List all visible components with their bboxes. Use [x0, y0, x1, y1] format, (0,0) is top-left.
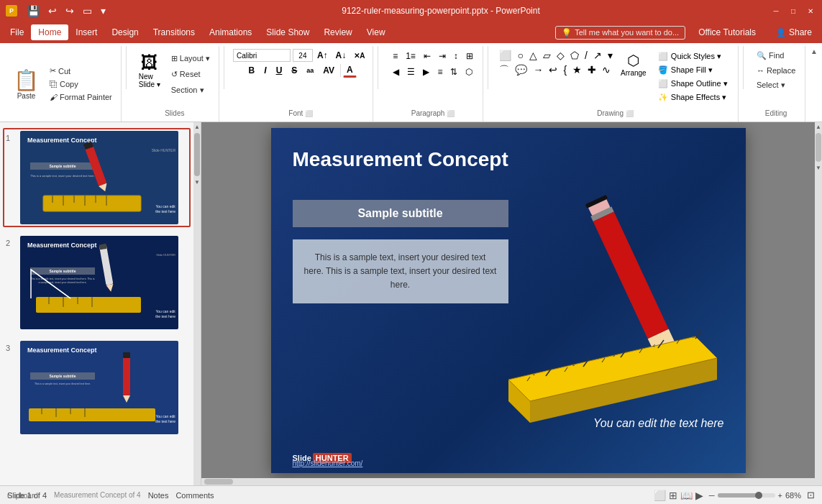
share-button[interactable]: 👤 Share	[769, 24, 819, 40]
tell-me-input[interactable]: 💡 Tell me what you want to do...	[555, 26, 685, 40]
bold-button[interactable]: B	[245, 64, 259, 77]
maximize-button[interactable]: □	[787, 6, 799, 16]
menu-insert[interactable]: Insert	[68, 24, 104, 40]
redo-button[interactable]: ↪	[63, 4, 77, 18]
canvas-scroll-up[interactable]: ▲	[816, 124, 821, 130]
notes-button[interactable]: Notes	[148, 491, 169, 500]
line-shape[interactable]: /	[583, 49, 590, 62]
italic-button[interactable]: I	[260, 64, 270, 77]
save-button[interactable]: 💾	[24, 4, 42, 18]
canvas-area[interactable]: Measurement Concept Sample subtitle This…	[201, 122, 815, 478]
menu-home[interactable]: Home	[31, 24, 68, 40]
curved-arrow-shape[interactable]: ↩	[547, 63, 560, 78]
minimize-button[interactable]: ─	[770, 6, 782, 16]
present-button[interactable]: ▭	[80, 4, 95, 18]
menu-animations[interactable]: Animations	[202, 24, 259, 40]
numbered-list-button[interactable]: 1≡	[403, 49, 419, 63]
quick-access-more[interactable]: ▾	[98, 4, 109, 18]
more-shapes[interactable]: ▾	[606, 49, 615, 62]
canvas-scroll-down[interactable]: ▼	[816, 165, 821, 171]
slide-thumb-2[interactable]: 2 Measurement Concept Slide HUNTER Sampl…	[3, 233, 191, 332]
font-size-input[interactable]: 24	[293, 49, 313, 62]
layout-button[interactable]: ⊞ Layout ▾	[167, 52, 214, 65]
arrow-shape[interactable]: →	[531, 63, 545, 78]
cross-shape[interactable]: ✚	[585, 63, 598, 78]
triangle-shape[interactable]: △	[527, 49, 539, 62]
diamond-shape[interactable]: ◇	[554, 49, 567, 62]
section-button[interactable]: Section ▾	[167, 83, 214, 97]
slide-body-text[interactable]: This is a sample text, insert your desir…	[293, 239, 508, 304]
format-painter-button[interactable]: 🖌 Format Painter	[45, 91, 117, 104]
justify-button[interactable]: ≡	[434, 65, 445, 79]
shape-effects-button[interactable]: ✨ Shape Effects ▾	[655, 91, 731, 104]
zoom-slider[interactable]	[718, 493, 775, 498]
copy-button[interactable]: ⿻ Copy	[45, 78, 117, 91]
text-direction-button[interactable]: ⇅	[447, 65, 460, 79]
parallelogram-shape[interactable]: ▱	[541, 49, 553, 62]
collapse-ribbon-button[interactable]: ▲	[810, 47, 818, 55]
clear-format-button[interactable]: ✕A	[350, 50, 368, 61]
align-right-button[interactable]: ▶	[420, 65, 432, 79]
menu-transitions[interactable]: Transitions	[146, 24, 202, 40]
strikethrough-button[interactable]: S	[288, 64, 301, 77]
quick-styles-button[interactable]: ⬜ Quick Styles ▾	[655, 50, 731, 63]
increase-indent-button[interactable]: ⇥	[436, 49, 449, 63]
canvas-hscroll-thumb[interactable]	[204, 479, 233, 485]
menu-review[interactable]: Review	[316, 24, 359, 40]
reading-view-icon[interactable]: 📖	[680, 490, 693, 501]
comments-button[interactable]: Comments	[175, 491, 214, 500]
scroll-down-button[interactable]: ▼	[194, 179, 200, 185]
new-slide-button[interactable]: 🖼 NewSlide ▾	[135, 49, 164, 92]
align-center-button[interactable]: ☰	[404, 65, 418, 79]
circle-shape[interactable]: ○	[515, 49, 525, 62]
menu-slideshow[interactable]: Slide Show	[259, 24, 316, 40]
main-slide[interactable]: Measurement Concept Sample subtitle This…	[271, 128, 746, 473]
canvas-scroll-thumb[interactable]	[816, 133, 821, 162]
scroll-up-button[interactable]: ▲	[194, 124, 200, 130]
decrease-indent-button[interactable]: ⇤	[421, 49, 434, 63]
rect-shape[interactable]: ⬜	[497, 49, 513, 62]
menu-design[interactable]: Design	[104, 24, 145, 40]
slide-sorter-icon[interactable]: ⊞	[669, 490, 677, 501]
undo-button[interactable]: ↩	[45, 4, 60, 18]
shape-fill-button[interactable]: 🪣 Shape Fill ▾	[655, 64, 731, 76]
zoom-level[interactable]: 68%	[785, 491, 801, 500]
shape-outline-button[interactable]: ⬜ Shape Outline ▾	[655, 78, 731, 90]
font-color-button[interactable]: A	[343, 63, 357, 78]
font-name-select[interactable]: Calibri	[233, 49, 291, 62]
arrange-button[interactable]: ⬡ Arrange	[618, 49, 649, 80]
curve-shape[interactable]: ↗	[591, 49, 604, 62]
columns-button[interactable]: ⊞	[463, 49, 476, 63]
callout-shape[interactable]: 💬	[513, 63, 529, 78]
pentagon-shape[interactable]: ⬠	[568, 49, 581, 62]
slide-thumb-1[interactable]: 1 Measurement Concept Slide HUNTER Sampl…	[3, 128, 191, 227]
slide-thumb-3[interactable]: 3 Measurement Concept Sample subtitle Th…	[3, 338, 191, 437]
wave-shape[interactable]: ∿	[600, 63, 613, 78]
slide-subtitle-box[interactable]: Sample subtitle	[293, 200, 508, 227]
underline-button[interactable]: U	[273, 64, 286, 77]
fit-window-button[interactable]: ⊡	[807, 490, 815, 500]
normal-view-icon[interactable]: ⬜	[654, 490, 666, 501]
slideshow-icon[interactable]: ▶	[695, 490, 703, 501]
increase-font-button[interactable]: A↑	[314, 49, 332, 62]
scroll-thumb[interactable]	[194, 133, 200, 176]
decrease-font-button[interactable]: A↓	[332, 49, 350, 62]
bullet-list-button[interactable]: ≡	[390, 49, 401, 63]
slide-title[interactable]: Measurement Concept	[293, 148, 508, 171]
find-button[interactable]: 🔍 Find	[752, 49, 800, 63]
cut-button[interactable]: ✂ Cut	[45, 64, 117, 78]
slide-link[interactable]: http://slidehunter.com/	[293, 459, 363, 467]
smallcaps-button[interactable]: aa	[303, 65, 317, 75]
star-shape[interactable]: ★	[570, 63, 584, 78]
smartart-button[interactable]: ⬡	[462, 65, 475, 79]
line-spacing-button[interactable]: ↕	[451, 49, 461, 63]
zoom-out-button[interactable]: ─	[709, 491, 715, 500]
paste-button[interactable]: 📋 Paste	[7, 65, 45, 104]
reset-button[interactable]: ↺ Reset	[167, 68, 214, 81]
arc-shape[interactable]: ⌒	[497, 63, 511, 78]
select-button[interactable]: Select ▾	[752, 78, 800, 92]
align-left-button[interactable]: ◀	[390, 65, 402, 79]
char-spacing-button[interactable]: AV	[319, 64, 338, 77]
office-tutorials-button[interactable]: Office Tutorials	[690, 24, 764, 40]
menu-view[interactable]: View	[360, 24, 393, 40]
